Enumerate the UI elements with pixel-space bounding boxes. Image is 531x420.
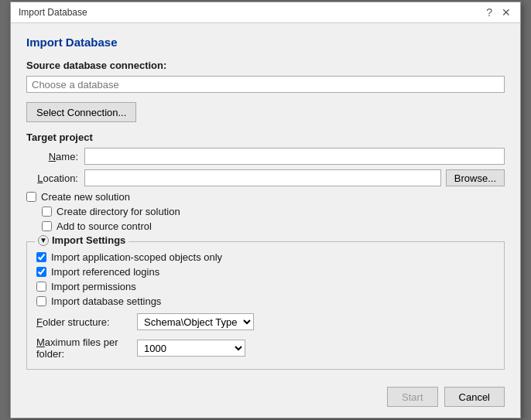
cancel-button[interactable]: Cancel bbox=[444, 387, 505, 407]
title-bar: Import Database ? ✕ bbox=[11, 2, 520, 23]
import-db-settings-label[interactable]: Import database settings bbox=[51, 295, 161, 307]
create-directory-checkbox[interactable] bbox=[42, 207, 52, 217]
import-settings-title: ▼ Import Settings bbox=[35, 234, 128, 246]
import-permissions-row: Import permissions bbox=[36, 281, 495, 292]
title-bar-label: Import Database bbox=[19, 7, 87, 18]
db-input-wrapper bbox=[26, 76, 505, 93]
add-to-source-control-label[interactable]: Add to source control bbox=[57, 220, 152, 232]
name-row: Name: bbox=[26, 148, 505, 165]
start-button[interactable]: Start bbox=[387, 387, 437, 407]
import-db-settings-checkbox[interactable] bbox=[36, 296, 46, 306]
target-project-section: Target project Name: Location: Browse...… bbox=[26, 131, 505, 232]
create-new-solution-checkbox[interactable] bbox=[26, 192, 36, 202]
max-files-row: Maximum files per folder: 1000 500 2000 bbox=[36, 336, 495, 360]
import-app-scoped-label[interactable]: Import application-scoped objects only bbox=[51, 251, 222, 263]
dialog-heading: Import Database bbox=[26, 36, 505, 49]
folder-structure-row: Folder structure: Schema\Object Type Sch… bbox=[36, 313, 495, 330]
dialog-body: Import Database Source database connecti… bbox=[11, 23, 520, 381]
select-connection-button[interactable]: Select Connection... bbox=[26, 102, 136, 122]
location-input[interactable] bbox=[84, 169, 441, 186]
import-logins-row: Import referenced logins bbox=[36, 266, 495, 278]
folder-structure-select[interactable]: Schema\Object Type Schema Object Type bbox=[137, 313, 254, 330]
import-permissions-label[interactable]: Import permissions bbox=[51, 281, 136, 292]
help-button[interactable]: ? bbox=[485, 7, 494, 18]
database-input[interactable] bbox=[26, 76, 505, 93]
import-logins-checkbox[interactable] bbox=[36, 267, 46, 277]
import-settings-label: Import Settings bbox=[52, 234, 125, 246]
collapse-icon[interactable]: ▼ bbox=[38, 235, 49, 246]
import-app-scoped-checkbox[interactable] bbox=[36, 252, 46, 262]
name-input[interactable] bbox=[84, 148, 505, 165]
title-bar-controls: ? ✕ bbox=[485, 7, 512, 18]
import-settings-group: ▼ Import Settings Import application-sco… bbox=[26, 241, 505, 370]
create-directory-label[interactable]: Create directory for solution bbox=[57, 206, 180, 217]
import-database-dialog: Import Database ? ✕ Import Database Sour… bbox=[10, 2, 521, 418]
add-to-source-control-checkbox[interactable] bbox=[42, 221, 52, 231]
browse-button[interactable]: Browse... bbox=[446, 169, 505, 186]
max-files-label: Maximum files per folder: bbox=[36, 336, 137, 360]
close-button[interactable]: ✕ bbox=[500, 7, 512, 18]
target-project-label: Target project bbox=[26, 131, 505, 143]
location-label: Location: bbox=[26, 172, 84, 184]
create-new-solution-row: Create new solution bbox=[26, 191, 505, 203]
create-new-solution-label[interactable]: Create new solution bbox=[41, 191, 130, 203]
import-settings-content: Import application-scoped objects only I… bbox=[36, 251, 495, 360]
import-permissions-checkbox[interactable] bbox=[36, 282, 46, 292]
source-section: Source database connection: Select Conne… bbox=[26, 60, 505, 122]
folder-structure-label: Folder structure: bbox=[36, 316, 137, 328]
create-directory-row: Create directory for solution bbox=[42, 206, 505, 217]
import-logins-label[interactable]: Import referenced logins bbox=[51, 266, 159, 278]
location-row: Location: Browse... bbox=[26, 169, 505, 186]
dialog-footer: Start Cancel bbox=[11, 381, 520, 418]
import-app-scoped-row: Import application-scoped objects only bbox=[36, 251, 495, 263]
add-to-source-control-row: Add to source control bbox=[42, 220, 505, 232]
name-label: Name: bbox=[26, 151, 84, 162]
import-db-settings-row: Import database settings bbox=[36, 295, 495, 307]
source-label: Source database connection: bbox=[26, 60, 505, 71]
max-files-select[interactable]: 1000 500 2000 bbox=[137, 340, 245, 357]
